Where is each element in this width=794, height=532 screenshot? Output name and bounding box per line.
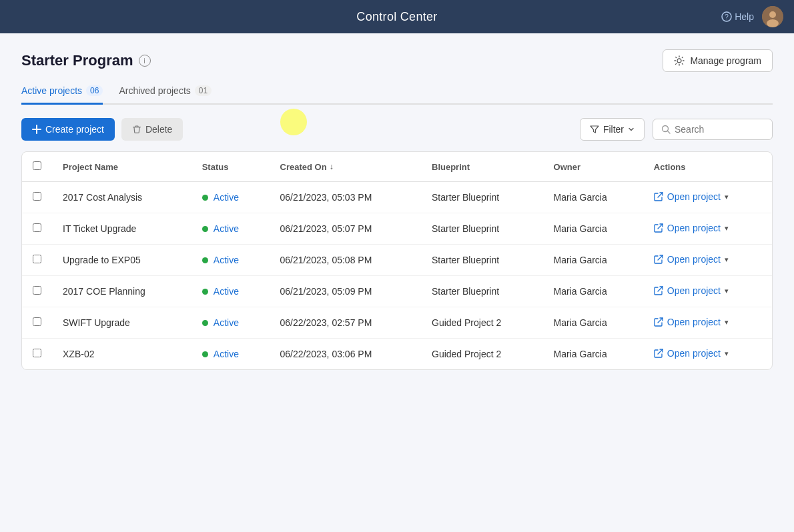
row-checkbox[interactable] (33, 255, 41, 263)
open-project-button[interactable]: Open project ▾ (654, 223, 729, 233)
filter-button[interactable]: Filter (580, 118, 645, 141)
search-input[interactable] (675, 124, 764, 135)
status-dot (202, 320, 208, 326)
col-status: Status (191, 152, 270, 182)
open-project-button[interactable]: Open project ▾ (654, 348, 729, 359)
delete-button[interactable]: Delete (121, 118, 183, 141)
svg-line-14 (658, 318, 663, 323)
row-checkbox[interactable] (33, 317, 41, 326)
search-icon (661, 125, 671, 134)
row-owner: Maria Garcia (543, 276, 643, 307)
status-active-label: Active (214, 317, 239, 328)
help-label: Help (735, 11, 754, 22)
row-checkbox[interactable] (33, 192, 41, 201)
row-status: Active (191, 182, 270, 213)
status-dot (202, 257, 208, 263)
row-checkbox[interactable] (33, 286, 41, 295)
open-project-label: Open project (667, 191, 721, 202)
toolbar-right: Filter (580, 118, 773, 141)
plus-icon (32, 125, 41, 134)
status-dot (202, 289, 208, 295)
status-dot (202, 195, 208, 201)
dropdown-caret[interactable]: ▾ (725, 318, 729, 327)
row-project-name: 2017 Cost Analysis (52, 182, 191, 213)
row-created-on: 06/22/2023, 02:57 PM (270, 307, 421, 339)
tabs: Active projects 06 Archived projects 01 (21, 85, 773, 105)
col-actions: Actions (643, 152, 772, 182)
table-row: SWIFT Upgrade Active 06/22/2023, 02:57 P… (22, 307, 772, 339)
tab-active-label: Active projects (21, 85, 82, 96)
row-owner: Maria Garcia (543, 245, 643, 276)
open-project-button[interactable]: Open project ▾ (654, 285, 729, 296)
row-project-name: SWIFT Upgrade (52, 307, 191, 339)
dropdown-caret[interactable]: ▾ (725, 193, 729, 201)
select-all-checkbox[interactable] (33, 161, 41, 170)
table-row: 2017 Cost Analysis Active 06/21/2023, 05… (22, 182, 772, 213)
page-title: Starter Program (21, 52, 133, 69)
table-header-row: Project Name Status Created On ↓ Bluepri… (22, 152, 772, 182)
main-content: Starter Program i Manage program Active … (0, 33, 794, 386)
tab-archived-label: Archived projects (119, 85, 190, 96)
sort-icon: ↓ (330, 162, 334, 171)
external-link-icon (654, 255, 663, 264)
row-checkbox-col (22, 213, 52, 245)
dropdown-caret[interactable]: ▾ (725, 349, 729, 358)
page-header-left: Starter Program i (21, 52, 151, 69)
row-blueprint: Starter Blueprint (421, 213, 543, 245)
search-box[interactable] (653, 119, 773, 140)
row-status: Active (191, 307, 270, 339)
open-project-button[interactable]: Open project ▾ (654, 317, 729, 327)
tab-active-projects[interactable]: Active projects 06 (21, 85, 103, 105)
svg-line-15 (658, 349, 663, 354)
help-icon: ? (721, 11, 732, 22)
dropdown-caret[interactable]: ▾ (725, 255, 729, 264)
row-project-name: IT Ticket Upgrade (52, 213, 191, 245)
col-project-name: Project Name (52, 152, 191, 182)
row-status: Active (191, 339, 270, 370)
col-created-on[interactable]: Created On ↓ (270, 152, 421, 182)
info-icon[interactable]: i (139, 55, 151, 67)
manage-program-button[interactable]: Manage program (663, 49, 773, 72)
row-project-name: Upgrade to EXP05 (52, 245, 191, 276)
status-dot (202, 351, 208, 357)
dropdown-caret[interactable]: ▾ (725, 287, 729, 295)
status-active-label: Active (214, 192, 239, 203)
tab-archived-count: 01 (195, 85, 212, 96)
row-project-name: XZB-02 (52, 339, 191, 370)
help-button[interactable]: ? Help (721, 11, 754, 22)
gear-icon (674, 55, 685, 66)
row-checkbox-col (22, 276, 52, 307)
row-checkbox-col (22, 182, 52, 213)
svg-line-12 (658, 255, 663, 260)
svg-point-4 (767, 19, 779, 27)
row-checkbox[interactable] (33, 223, 41, 232)
row-actions: Open project ▾ (643, 339, 772, 370)
external-link-icon (654, 223, 663, 233)
col-owner: Owner (543, 152, 643, 182)
open-project-button[interactable]: Open project ▾ (654, 254, 729, 265)
svg-point-3 (769, 11, 776, 18)
row-status: Active (191, 213, 270, 245)
tab-active-count: 06 (86, 85, 103, 96)
select-all-col (22, 152, 52, 182)
svg-line-13 (658, 287, 663, 291)
status-active-label: Active (214, 223, 239, 234)
avatar[interactable] (762, 6, 783, 27)
col-blueprint: Blueprint (421, 152, 543, 182)
row-owner: Maria Garcia (543, 182, 643, 213)
open-project-label: Open project (667, 223, 721, 233)
row-checkbox[interactable] (33, 349, 41, 357)
open-project-button[interactable]: Open project ▾ (654, 191, 729, 202)
row-actions: Open project ▾ (643, 213, 772, 245)
open-project-label: Open project (667, 254, 721, 265)
toolbar: Create project Delete Filter (21, 118, 773, 141)
row-project-name: 2017 COE Planning (52, 276, 191, 307)
dropdown-caret[interactable]: ▾ (725, 224, 729, 233)
tab-archived-projects[interactable]: Archived projects 01 (119, 85, 212, 105)
delete-label: Delete (145, 124, 172, 135)
create-project-button[interactable]: Create project (21, 118, 115, 141)
svg-line-9 (668, 131, 671, 134)
external-link-icon (654, 349, 663, 358)
status-active-label: Active (214, 286, 239, 297)
row-blueprint: Starter Blueprint (421, 245, 543, 276)
